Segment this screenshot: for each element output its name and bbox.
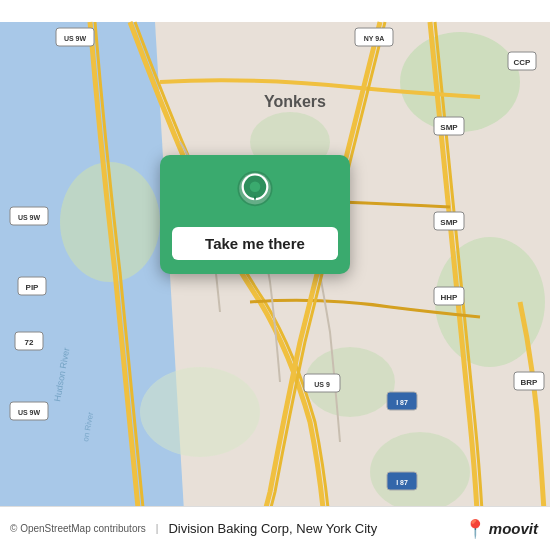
moovit-pin-icon: 📍	[464, 518, 486, 540]
svg-text:I 87: I 87	[396, 479, 408, 486]
svg-text:PIP: PIP	[26, 283, 40, 292]
map-background: US 9W US 9W US 9W PIP 72 Yonkers NY 9A C…	[0, 0, 550, 550]
location-pin-icon	[233, 171, 277, 215]
svg-point-8	[140, 367, 260, 457]
svg-text:SMP: SMP	[440, 123, 458, 132]
map-container: US 9W US 9W US 9W PIP 72 Yonkers NY 9A C…	[0, 0, 550, 550]
attribution-text: © OpenStreetMap contributors	[10, 523, 146, 534]
svg-text:US 9: US 9	[314, 381, 330, 388]
bottom-left-info: © OpenStreetMap contributors | Division …	[10, 521, 377, 536]
svg-text:US 9W: US 9W	[64, 35, 87, 42]
take-me-there-button[interactable]: Take me there	[172, 227, 338, 260]
bottom-bar: © OpenStreetMap contributors | Division …	[0, 506, 550, 550]
svg-text:Yonkers: Yonkers	[264, 93, 326, 110]
moovit-logo: 📍 moovit	[464, 518, 538, 540]
svg-text:US 9W: US 9W	[18, 409, 41, 416]
svg-text:CCP: CCP	[514, 58, 532, 67]
svg-text:SMP: SMP	[440, 218, 458, 227]
svg-text:NY 9A: NY 9A	[364, 35, 385, 42]
svg-text:72: 72	[25, 338, 34, 347]
svg-text:BRP: BRP	[521, 378, 539, 387]
svg-text:US 9W: US 9W	[18, 214, 41, 221]
svg-point-9	[370, 432, 470, 512]
location-label: Division Baking Corp, New York City	[168, 521, 377, 536]
svg-text:HHP: HHP	[441, 293, 459, 302]
svg-text:I 87: I 87	[396, 399, 408, 406]
svg-point-44	[250, 182, 261, 193]
location-card: Take me there	[160, 155, 350, 274]
moovit-brand-text: moovit	[489, 520, 538, 537]
